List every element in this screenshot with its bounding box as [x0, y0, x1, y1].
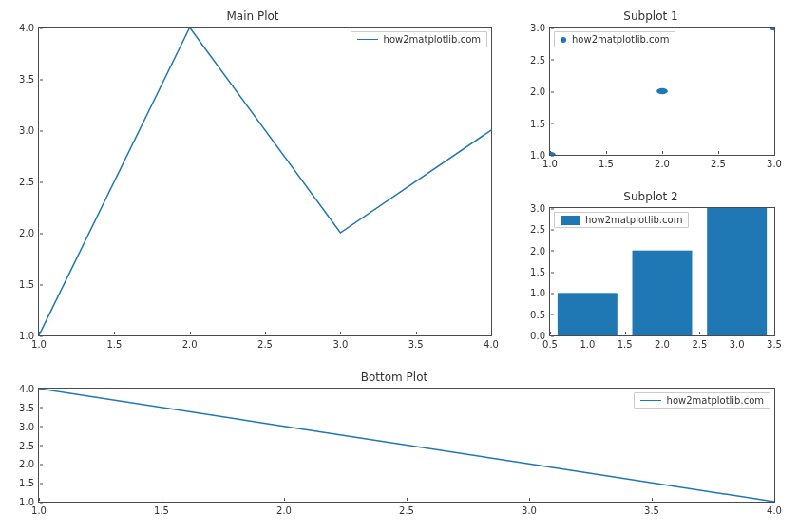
y-tick: 1.0: [530, 288, 550, 298]
y-tick: 4.0: [19, 384, 39, 394]
y-tick: 1.5: [530, 267, 550, 277]
y-tick: 3.5: [19, 402, 39, 412]
main-plot-title: Main Plot: [10, 10, 496, 23]
x-tick: 3.5: [644, 502, 659, 516]
y-tick: 1.0: [19, 331, 39, 341]
subplot2-panel: Subplot 2 how2matplotlib.com 0.51.01.52.…: [522, 190, 779, 352]
x-tick: 4.0: [767, 502, 782, 516]
main-plot-panel: Main Plot how2matplotlib.com 1.01.52.02.…: [10, 10, 496, 352]
svg-rect-4: [633, 251, 693, 335]
y-tick: 2.0: [19, 459, 39, 469]
y-tick: 2.0: [530, 86, 550, 97]
y-tick: 3.0: [530, 23, 550, 33]
y-tick: 2.5: [19, 177, 39, 187]
y-tick: 1.5: [19, 279, 39, 290]
bottom-plot-area: how2matplotlib.com 1.01.52.02.53.03.54.0…: [38, 388, 775, 503]
line-series: [39, 389, 774, 502]
svg-point-2: [769, 28, 774, 30]
subplot2-title: Subplot 2: [522, 190, 779, 203]
bottom-plot-panel: Bottom Plot how2matplotlib.com 1.01.52.0…: [10, 370, 779, 518]
x-tick: 1.5: [618, 335, 633, 350]
y-tick: 3.0: [19, 125, 39, 136]
bottom-plot-title: Bottom Plot: [10, 370, 779, 384]
x-tick: 3.0: [730, 335, 745, 350]
line-series: [39, 28, 491, 335]
scatter-series: [550, 28, 774, 155]
x-tick: 1.0: [580, 335, 595, 350]
x-tick: 3.0: [522, 502, 537, 516]
bar-series: [550, 208, 774, 335]
svg-point-0: [550, 152, 556, 155]
x-tick: 1.5: [598, 155, 614, 169]
x-tick: 2.0: [655, 155, 670, 169]
svg-point-1: [656, 88, 668, 95]
subplot1-area: how2matplotlib.com 1.01.52.02.53.01.01.5…: [549, 27, 775, 156]
subplot2-area: how2matplotlib.com 0.51.01.52.02.53.03.5…: [549, 207, 775, 336]
x-tick: 2.5: [711, 155, 726, 169]
x-tick: 2.5: [257, 335, 273, 350]
y-tick: 3.0: [19, 421, 39, 431]
y-tick: 2.5: [19, 440, 39, 450]
subplot1-panel: Subplot 1 how2matplotlib.com 1.01.52.02.…: [522, 10, 779, 171]
x-tick: 3.5: [767, 335, 782, 350]
y-tick: 1.5: [530, 118, 550, 128]
y-tick: 2.5: [530, 224, 550, 235]
svg-rect-5: [707, 208, 767, 335]
y-tick: 4.0: [19, 23, 39, 33]
x-tick: 2.0: [182, 335, 198, 350]
x-tick: 1.5: [154, 502, 169, 516]
subplot1-title: Subplot 1: [522, 10, 779, 23]
x-tick: 3.5: [408, 335, 424, 350]
y-tick: 2.5: [530, 54, 550, 65]
y-tick: 0.0: [530, 331, 550, 341]
y-tick: 0.5: [530, 309, 550, 319]
x-tick: 2.5: [399, 502, 414, 516]
y-tick: 2.0: [19, 228, 39, 238]
chart-grid: Main Plot how2matplotlib.com 1.01.52.02.…: [10, 10, 788, 522]
x-tick: 1.5: [106, 335, 122, 350]
main-plot-area: how2matplotlib.com 1.01.52.02.53.03.54.0…: [38, 27, 492, 336]
x-tick: 4.0: [484, 335, 499, 350]
x-tick: 2.5: [692, 335, 707, 350]
y-tick: 3.5: [19, 74, 39, 85]
x-tick: 2.0: [276, 502, 292, 516]
svg-rect-3: [558, 293, 618, 335]
y-tick: 1.0: [19, 497, 39, 507]
x-tick: 3.0: [767, 155, 782, 169]
y-tick: 1.5: [19, 478, 39, 488]
x-tick: 3.0: [332, 335, 348, 350]
y-tick: 3.0: [530, 203, 550, 214]
y-tick: 1.0: [530, 150, 550, 161]
x-tick: 2.0: [655, 335, 670, 350]
y-tick: 2.0: [530, 245, 550, 256]
